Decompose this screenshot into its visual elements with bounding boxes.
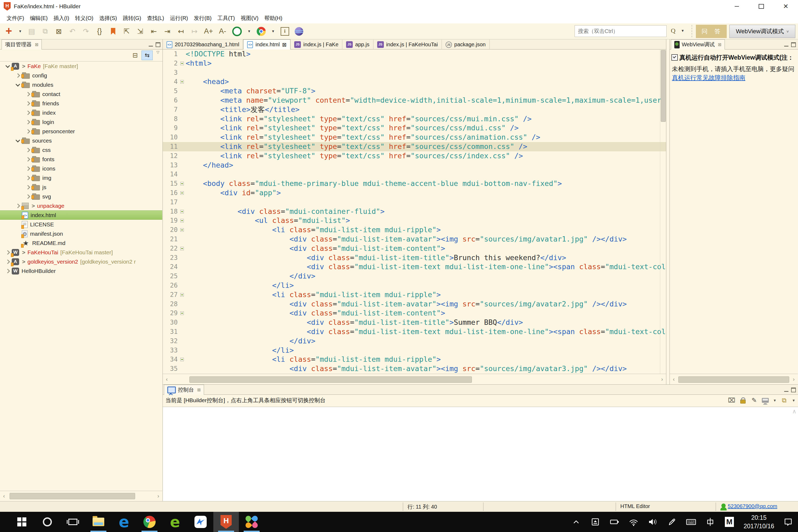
code-line-6[interactable]: 6 <meta name="viewport" content="width=d… bbox=[163, 96, 666, 105]
scroll-right-icon[interactable]: › bbox=[658, 376, 666, 382]
scroll-up-icon[interactable]: ∧ bbox=[792, 408, 796, 415]
run-device-button[interactable] bbox=[232, 26, 242, 36]
console-type-caret-icon[interactable]: ▼ bbox=[773, 396, 776, 405]
save-all-button[interactable]: ⧉ bbox=[41, 26, 49, 36]
code-line-25[interactable]: 25 </div> bbox=[163, 271, 666, 281]
qa-button[interactable]: 问 答 bbox=[696, 25, 727, 38]
panel-minimize-icon[interactable] bbox=[784, 388, 788, 392]
goto-bottom-button[interactable]: ⇲ bbox=[136, 26, 144, 36]
save-button[interactable]: ▤ bbox=[28, 26, 36, 36]
code-line-5[interactable]: 5 <meta charset="UTF-8"> bbox=[163, 87, 666, 96]
tree-item-icons[interactable]: icons bbox=[0, 164, 162, 173]
ime-zh-icon[interactable] bbox=[701, 512, 720, 532]
fold-marker[interactable] bbox=[179, 308, 186, 318]
fold-marker[interactable] bbox=[179, 244, 186, 253]
code-line-32[interactable]: 32 </div> bbox=[163, 337, 666, 346]
tree-item-config[interactable]: config bbox=[0, 71, 162, 80]
tree-item-LICENSE[interactable]: LICENSE bbox=[0, 220, 162, 229]
tree-item-friends[interactable]: friends bbox=[0, 99, 162, 108]
chevron-collapsed-icon[interactable] bbox=[24, 148, 32, 152]
goto-top-button[interactable]: ⇱ bbox=[122, 26, 131, 36]
touch-keyboard-icon[interactable] bbox=[682, 512, 701, 532]
font-increase-button[interactable]: A+ bbox=[204, 26, 213, 36]
code-line-2[interactable]: 2<html> bbox=[163, 59, 666, 68]
usb-eject-icon[interactable] bbox=[586, 512, 605, 532]
menu-item-5[interactable]: 跳转(G) bbox=[120, 15, 144, 22]
tree-item-sources[interactable]: sources bbox=[0, 136, 162, 145]
minimize-button[interactable] bbox=[725, 0, 749, 13]
code-line-34[interactable]: 34 <li class="mdui-list-item mdui-ripple… bbox=[163, 355, 666, 364]
scroll-left-icon[interactable]: ‹ bbox=[670, 376, 678, 382]
tree-item-FaKe[interactable]: A>FaKe[FaKe master] bbox=[0, 61, 162, 71]
code-line-3[interactable]: 3 bbox=[163, 68, 666, 77]
chevron-collapsed-icon[interactable] bbox=[24, 93, 32, 96]
fold-marker[interactable] bbox=[179, 216, 186, 225]
format-code-button[interactable]: {} bbox=[95, 26, 103, 36]
console-type-button[interactable] bbox=[762, 396, 769, 405]
editor-tab-index.js | FaKeHouTai[interactable]: JSindex.js | FaKeHouTai bbox=[374, 40, 442, 50]
tree-item-svg[interactable]: svg bbox=[0, 192, 162, 201]
lock-scroll-button[interactable] bbox=[740, 396, 746, 405]
editor-horizontal-scrollbar[interactable]: ‹ › bbox=[163, 374, 666, 384]
chevron-collapsed-icon[interactable] bbox=[24, 102, 32, 105]
photos-app-button[interactable] bbox=[239, 512, 264, 532]
editor-vertical-scrollbar[interactable] bbox=[660, 50, 666, 374]
battery-icon[interactable] bbox=[605, 512, 624, 532]
fold-marker[interactable] bbox=[179, 225, 186, 234]
hbuilder-button[interactable]: H bbox=[213, 512, 239, 532]
code-line-4[interactable]: 4 <head> bbox=[163, 77, 666, 87]
undo-button[interactable]: ↶ bbox=[68, 26, 76, 36]
tree-item-img[interactable]: img bbox=[0, 173, 162, 183]
panel-minimize-icon[interactable] bbox=[784, 43, 788, 46]
code-line-28[interactable]: 28 <div class="mdui-list-item-avatar"><i… bbox=[163, 300, 666, 309]
ime-m-badge[interactable]: M bbox=[720, 512, 739, 532]
eclipse-button[interactable] bbox=[295, 26, 303, 36]
indent-button[interactable]: ⇥ bbox=[163, 26, 171, 36]
pin-console-button[interactable]: ✎ bbox=[750, 396, 758, 405]
chevron-expanded-icon[interactable] bbox=[14, 84, 21, 86]
code-editor[interactable]: 1<!DOCTYPE html>2<html>34 <head>5 <meta … bbox=[163, 50, 666, 374]
scroll-right-icon[interactable]: › bbox=[154, 493, 162, 499]
scrollbar-thumb[interactable] bbox=[678, 376, 789, 383]
chevron-collapsed-icon[interactable] bbox=[24, 130, 32, 133]
run-chrome-caret-icon[interactable]: ▼ bbox=[271, 26, 275, 36]
scrollbar-thumb[interactable] bbox=[10, 493, 135, 499]
chrome-button[interactable] bbox=[137, 512, 162, 532]
code-line-23[interactable]: 23 <div class="mdui-list-item-title">Bru… bbox=[163, 253, 666, 263]
code-line-30[interactable]: 30 <div class="mdui-list-item-title">Sum… bbox=[163, 318, 666, 327]
tree-item-personcenter[interactable]: personcenter bbox=[0, 127, 162, 136]
fold-marker[interactable] bbox=[179, 355, 186, 364]
code-line-35[interactable]: 35 <div class="mdui-list-item-avatar"><i… bbox=[163, 364, 666, 374]
run-device-caret-icon[interactable]: ▼ bbox=[247, 26, 251, 36]
code-line-15[interactable]: 15 <body class="mdui-theme-primary-blue … bbox=[163, 179, 666, 188]
scroll-left-icon[interactable]: ‹ bbox=[0, 493, 8, 499]
menu-item-1[interactable]: 编辑(E) bbox=[27, 15, 51, 22]
code-line-31[interactable]: 31 <div class="mdui-list-item-text mdui-… bbox=[163, 327, 666, 337]
chevron-collapsed-icon[interactable] bbox=[4, 269, 11, 273]
code-line-11[interactable]: 11 <link rel="stylesheet" type="text/css… bbox=[163, 142, 666, 151]
tab-close-icon[interactable]: ⊠ bbox=[35, 42, 38, 47]
code-line-8[interactable]: 8 <link rel="stylesheet" type="text/css"… bbox=[163, 114, 666, 124]
taskbar-clock[interactable]: 20:152017/10/16 bbox=[739, 513, 779, 530]
code-line-14[interactable]: 14 bbox=[163, 170, 666, 179]
menu-item-8[interactable]: 发行(B) bbox=[191, 15, 215, 22]
editor-tab-index.html[interactable]: <>index.html⊠ bbox=[243, 39, 290, 50]
tree-item-goldkeyios_version2[interactable]: A>goldkeyios_version2[goldkeyios_version… bbox=[0, 257, 162, 266]
chevron-collapsed-icon[interactable] bbox=[14, 204, 21, 208]
fold-marker[interactable] bbox=[179, 59, 186, 68]
chevron-collapsed-icon[interactable] bbox=[24, 176, 32, 179]
code-line-9[interactable]: 9 <link rel="stylesheet" type="text/css"… bbox=[163, 124, 666, 133]
scroll-right-icon[interactable]: › bbox=[790, 376, 798, 382]
close-doc-button[interactable]: ⊠ bbox=[55, 26, 63, 36]
run-chrome-button[interactable] bbox=[257, 26, 266, 36]
panel-maximize-icon[interactable] bbox=[156, 42, 160, 47]
chevron-collapsed-icon[interactable] bbox=[4, 260, 11, 263]
code-line-1[interactable]: 1<!DOCTYPE html> bbox=[163, 50, 666, 59]
search-caret-icon[interactable]: ▼ bbox=[681, 29, 684, 33]
webview-mode-button[interactable]: WebView调试模式˅ bbox=[729, 25, 795, 38]
panel-horizontal-scrollbar[interactable]: ‹ › bbox=[670, 374, 798, 384]
code-line-33[interactable]: 33 </li> bbox=[163, 346, 666, 355]
console-output[interactable]: ∧ bbox=[163, 407, 798, 501]
start-button[interactable] bbox=[9, 512, 35, 532]
chevron-expanded-icon[interactable] bbox=[4, 65, 11, 67]
